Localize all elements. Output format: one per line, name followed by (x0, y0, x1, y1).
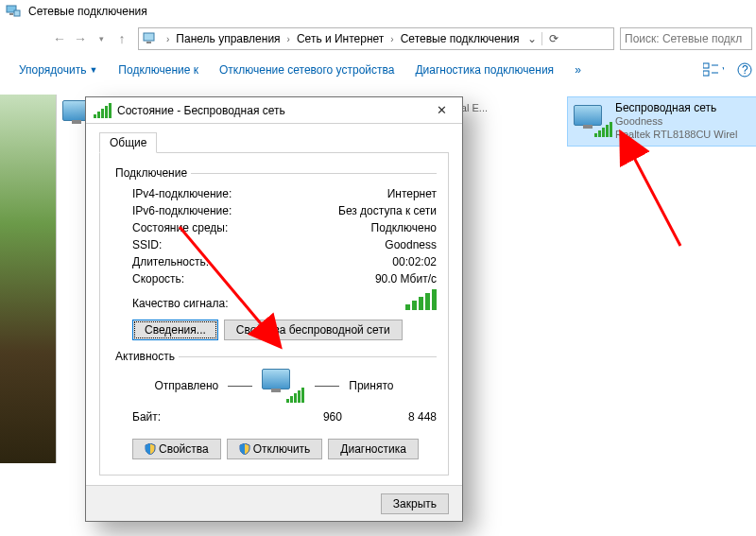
shield-icon (145, 443, 156, 455)
svg-rect-6 (703, 63, 709, 68)
signal-bars-icon (286, 388, 304, 403)
address-dropdown[interactable]: ⌄ (523, 32, 541, 45)
properties-button[interactable]: Свойства (132, 439, 221, 459)
search-placeholder: Поиск: Сетевые подкл (625, 32, 742, 45)
window-title: Сетевые подключения (28, 5, 147, 18)
bytes-sent-value: 960 (323, 410, 342, 424)
svg-rect-1 (9, 13, 13, 15)
chevron-right-icon: › (284, 34, 293, 44)
bytes-received-value: 8 448 (408, 410, 437, 424)
list-item-selected[interactable]: Беспроводная сеть Goodness Realtek RTL81… (567, 96, 756, 147)
wireless-properties-button[interactable]: Свойства беспроводной сети (224, 320, 403, 340)
ssid-label: SSID: (132, 238, 162, 251)
connect-to-button[interactable]: Подключение к (118, 63, 198, 77)
speed-label: Скорость: (132, 272, 184, 285)
chevron-right-icon: › (387, 34, 396, 44)
dialog-footer: Закрыть (86, 485, 462, 521)
view-options-button[interactable]: ▼ (703, 62, 724, 78)
activity-line (228, 386, 252, 387)
svg-rect-5 (146, 42, 151, 43)
speed-value: 90.0 Мбит/с (375, 272, 437, 285)
disable-device-button[interactable]: Отключение сетевого устройства (219, 63, 394, 77)
status-dialog: Состояние - Беспроводная сеть ✕ Общие По… (85, 96, 463, 522)
search-input[interactable]: Поиск: Сетевые подкл (620, 27, 752, 50)
minimize-button[interactable] (724, 8, 737, 9)
bytes-label: Байт: (132, 410, 161, 424)
toolbar-overflow[interactable]: » (575, 63, 581, 77)
signal-bars-icon (405, 289, 437, 310)
group-connection: Подключение (112, 166, 437, 180)
group-activity: Активность (112, 350, 437, 363)
address-row: ← → ▾ ↑ › Панель управления › Сеть и Инт… (49, 26, 752, 51)
network-adapter-icon (574, 105, 610, 137)
network-folder-icon (6, 5, 21, 18)
toolbar: Упорядочить▼ Подключение к Отключение се… (19, 57, 752, 83)
activity-diagram: Отправлено Принято (112, 369, 437, 403)
desktop-background-strip (0, 95, 57, 463)
dialog-title: Состояние - Беспроводная сеть (117, 104, 285, 117)
ipv6-label: IPv6-подключение: (132, 204, 232, 217)
media-label: Состояние среды: (132, 221, 228, 234)
diagnose-button[interactable]: Диагностика (328, 439, 419, 459)
organize-menu[interactable]: Упорядочить▼ (19, 63, 97, 77)
help-button[interactable]: ? (737, 62, 752, 78)
details-button[interactable]: Сведения... (132, 320, 218, 340)
signal-bars-icon (94, 103, 112, 118)
duration-value: 00:02:02 (392, 255, 437, 268)
diagnose-button[interactable]: Диагностика подключения (415, 63, 554, 77)
dialog-titlebar[interactable]: Состояние - Беспроводная сеть ✕ (86, 97, 462, 124)
close-button[interactable]: ✕ (428, 103, 455, 117)
svg-text:?: ? (742, 63, 748, 77)
chevron-right-icon: › (163, 34, 172, 44)
ipv4-value: Интернет (387, 187, 437, 200)
breadcrumb-item[interactable]: Сетевые подключения (397, 32, 524, 45)
sent-label: Отправлено (155, 379, 219, 392)
signal-bars-icon (594, 122, 612, 137)
received-label: Принято (349, 379, 393, 392)
breadcrumb-item[interactable]: Сеть и Интернет (293, 32, 387, 45)
connection-name: Беспроводная сеть (615, 101, 737, 115)
svg-rect-2 (14, 10, 20, 16)
up-button[interactable]: ↑ (112, 28, 132, 49)
refresh-button[interactable]: ⟳ (541, 32, 564, 45)
ssid-value: Goodness (385, 238, 437, 251)
ipv6-value: Без доступа к сети (338, 204, 437, 217)
ipv4-label: IPv4-подключение: (132, 187, 232, 200)
signal-quality-label: Качество сигнала: (132, 297, 228, 310)
recent-dropdown[interactable]: ▾ (91, 28, 112, 49)
svg-rect-4 (144, 33, 154, 41)
activity-line (315, 386, 339, 387)
connection-adapter: Realtek RTL8188CU Wirel (615, 129, 737, 142)
tab-general[interactable]: Общие (99, 132, 157, 153)
media-value: Подключено (371, 221, 437, 234)
breadcrumb-item[interactable]: Панель управления (172, 32, 284, 45)
forward-button[interactable]: → (70, 28, 91, 49)
svg-rect-7 (703, 71, 709, 76)
duration-label: Длительность: (132, 255, 209, 268)
window-titlebar: Сетевые подключения (0, 0, 756, 23)
back-button[interactable]: ← (49, 28, 70, 49)
address-bar[interactable]: › Панель управления › Сеть и Интернет › … (138, 27, 614, 50)
close-dialog-button[interactable]: Закрыть (381, 493, 449, 514)
shield-icon (239, 443, 250, 455)
disable-button[interactable]: Отключить (227, 439, 323, 459)
location-icon (143, 31, 160, 46)
network-adapter-icon (262, 369, 305, 403)
connection-ssid: Goodness (615, 115, 737, 129)
svg-text:▼: ▼ (720, 63, 724, 77)
tab-panel-general: Подключение IPv4-подключение:Интернет IP… (99, 152, 449, 475)
